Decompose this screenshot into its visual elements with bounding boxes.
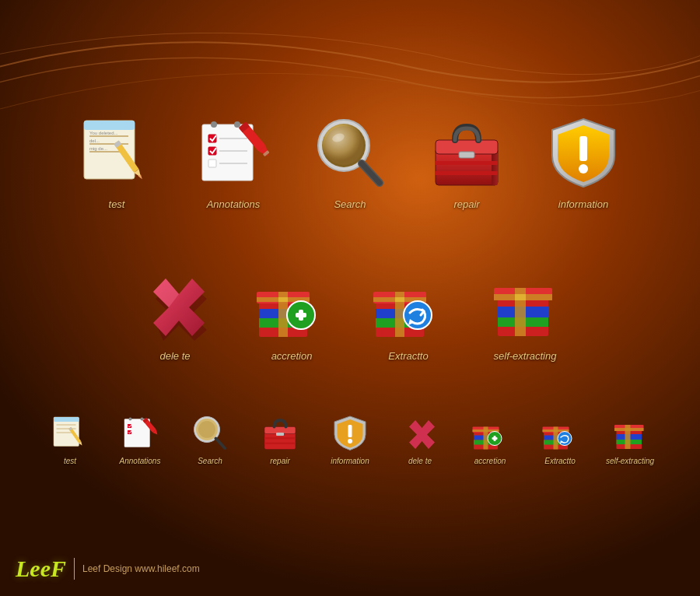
svg-rect-2 [84, 121, 135, 130]
search-label-small: Search [198, 457, 222, 465]
search-label-large: Search [334, 198, 366, 210]
icon-item-test-large: You deleted... del... mig de... test [58, 109, 175, 210]
branding-text: Leef Design www.hileef.com [82, 563, 200, 574]
repair-icon-large [424, 109, 509, 195]
svg-rect-20 [208, 160, 216, 167]
icon-item-selfextracting-large: self-extracting [467, 261, 583, 362]
accretion-icon-small [468, 411, 512, 454]
svg-line-85 [216, 439, 226, 449]
icon-item-test-small: test [35, 411, 105, 465]
icon-item-repair-small: repair [245, 411, 315, 465]
repair-icon-small [258, 411, 302, 454]
repair-label-small: repair [270, 457, 290, 465]
annotations-label-large: Annotations [207, 198, 261, 210]
svg-rect-49 [299, 310, 303, 321]
accretion-icon-large [249, 261, 334, 346]
icon-item-annotations-small: Annotations [105, 411, 175, 465]
information-icon-large [541, 109, 626, 195]
icon-item-extractto-large: Extractto [350, 261, 467, 362]
annotations-icon-large [191, 109, 276, 195]
selfextracting-icon-small [608, 411, 652, 454]
selfextracting-icon-large [482, 261, 568, 346]
icon-item-accretion-large: accretion [233, 261, 350, 362]
svg-rect-38 [579, 136, 587, 161]
icon-item-accretion-small: accretion [455, 411, 525, 465]
delete-icon-small [398, 411, 442, 454]
icon-item-search-large: Search [292, 109, 408, 210]
delete-icon-large [132, 261, 218, 346]
svg-point-76 [141, 418, 144, 421]
leef-logo: LeeF [16, 556, 66, 582]
branding-divider [74, 558, 75, 580]
svg-rect-88 [276, 433, 284, 436]
information-label-small: information [331, 457, 369, 465]
selfextracting-label-small: self-extracting [606, 457, 654, 465]
annotations-label-small: Annotations [120, 457, 161, 465]
search-icon-small [188, 411, 232, 454]
svg-point-57 [404, 301, 432, 329]
icon-item-search-small: Search [175, 411, 245, 465]
svg-rect-115 [614, 428, 644, 431]
svg-line-31 [362, 163, 380, 183]
accretion-label-small: accretion [474, 457, 506, 465]
svg-text:mig de...: mig de... [89, 146, 107, 151]
svg-rect-33 [492, 152, 498, 185]
icon-item-delete-small: dele te [385, 411, 455, 465]
svg-point-84 [198, 421, 215, 438]
svg-rect-89 [264, 437, 296, 440]
svg-rect-90 [264, 443, 296, 445]
information-icon-small [328, 411, 372, 454]
svg-text:You deleted...: You deleted... [89, 131, 118, 135]
test-icon-small [48, 411, 92, 454]
svg-point-28 [324, 126, 363, 165]
svg-point-92 [348, 439, 352, 443]
svg-rect-35 [459, 152, 474, 158]
selfextracting-label-large: self-extracting [494, 350, 557, 362]
svg-rect-36 [436, 161, 498, 165]
svg-rect-67 [54, 417, 79, 422]
repair-label-large: repair [453, 198, 479, 210]
svg-point-39 [579, 164, 588, 174]
icon-item-delete-large: dele te [117, 261, 233, 362]
svg-rect-56 [395, 297, 404, 302]
test-label-small: test [64, 457, 76, 465]
extractto-icon-large [366, 261, 451, 346]
search-icon-large [307, 109, 393, 195]
svg-rect-37 [436, 171, 498, 175]
extractto-icon-small [538, 411, 582, 454]
svg-rect-101 [494, 436, 496, 441]
svg-point-14 [211, 121, 217, 128]
svg-rect-46 [278, 297, 288, 302]
accretion-label-large: accretion [271, 350, 313, 362]
svg-point-15 [234, 121, 240, 128]
annotations-icon-small [118, 411, 162, 454]
test-icon-large: You deleted... del... mig de... [74, 109, 159, 195]
svg-point-75 [129, 418, 132, 421]
test-label-large: test [109, 198, 125, 210]
svg-rect-91 [348, 425, 352, 437]
icon-item-annotations-large: Annotations [175, 109, 292, 210]
svg-rect-65 [515, 294, 526, 300]
information-label-large: information [558, 198, 608, 210]
svg-point-108 [558, 432, 572, 446]
delete-label-small: dele te [408, 457, 432, 465]
icon-item-information-small: information [315, 411, 385, 465]
icon-item-extractto-small: Extractto [525, 411, 595, 465]
delete-label-large: dele te [159, 350, 190, 362]
icon-item-information-large: information [525, 109, 642, 210]
extractto-label-large: Extractto [388, 350, 428, 362]
icon-item-selfextracting-small: self-extracting [595, 411, 665, 465]
extractto-label-small: Extractto [544, 457, 575, 465]
icon-item-repair-large: repair [408, 109, 525, 210]
svg-text:del...: del... [89, 138, 100, 143]
branding: LeeF Leef Design www.hileef.com [16, 556, 200, 582]
